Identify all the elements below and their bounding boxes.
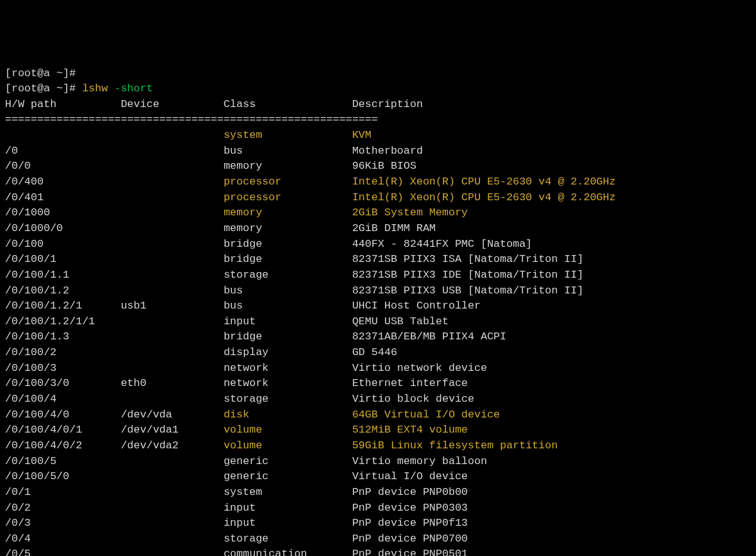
class-cell: display — [224, 346, 352, 358]
terminal-output[interactable]: [root@a ~]# [root@a ~]# lshw -shortH/W p… — [5, 66, 751, 556]
table-row: /0/100 bridge 440FX - 82441FX PMC [Natom… — [5, 237, 751, 252]
table-row: /0/100/1.2/1/1 input QEMU USB Tablet — [5, 314, 751, 330]
table-row: /0/100/2 display GD 5446 — [5, 345, 751, 361]
device-cell — [121, 129, 224, 141]
device-cell — [121, 362, 224, 374]
table-row: /0/100/4 storage Virtio block device — [5, 392, 751, 407]
class-cell: bus — [224, 145, 352, 157]
table-row: /0/1000 memory 2GiB System Memory — [5, 205, 751, 221]
description-cell: 2GiB DIMM RAM — [352, 222, 436, 234]
class-cell: network — [224, 377, 352, 389]
hw-path-cell: /0/1000/0 — [5, 222, 121, 234]
hw-path-cell: /0/100/1 — [5, 253, 121, 265]
table-row: /0/401 processor Intel(R) Xeon(R) CPU E5… — [5, 190, 751, 206]
class-cell: processor — [224, 176, 352, 188]
description-cell: PnP device PNP0f13 — [352, 517, 468, 529]
table-row: /0/100/1.2/1 usb1 bus UHCI Host Controll… — [5, 298, 751, 314]
description-cell: 96KiB BIOS — [352, 160, 416, 172]
hw-path-cell: /0 — [5, 145, 121, 157]
class-cell: memory — [224, 160, 352, 172]
description-cell: Motherboard — [352, 145, 423, 157]
hw-path-cell: /0/401 — [5, 191, 121, 203]
class-cell: bridge — [224, 331, 352, 343]
description-cell: Intel(R) Xeon(R) CPU E5-2630 v4 @ 2.20GH… — [352, 191, 616, 203]
table-row: /0/100/3 network Virtio network device — [5, 361, 751, 377]
table-row: /0/1000/0 memory 2GiB DIMM RAM — [5, 221, 751, 237]
class-cell: bus — [224, 285, 352, 297]
table-row: /0/400 processor Intel(R) Xeon(R) CPU E5… — [5, 174, 751, 190]
class-cell: input — [224, 315, 352, 327]
table-row: /0/0 memory 96KiB BIOS — [5, 159, 751, 174]
hw-path-cell: /0/100/1.1 — [5, 269, 121, 281]
prompt-line-command: [root@a ~]# lshw -short — [5, 81, 751, 97]
hw-path-cell: /0/100/1.2/1/1 — [5, 315, 121, 327]
class-cell: disk — [224, 409, 352, 421]
device-cell — [121, 470, 224, 482]
hw-path-cell: /0/100/3 — [5, 362, 121, 374]
device-cell — [121, 393, 224, 405]
hw-path-cell: /0/0 — [5, 160, 121, 172]
hw-path-cell — [5, 129, 121, 141]
device-cell — [121, 486, 224, 498]
table-row: /0/100/4/0/2 /dev/vda2 volume 59GiB Linu… — [5, 438, 751, 454]
table-row: /0 bus Motherboard — [5, 144, 751, 159]
hw-path-cell: /0/1 — [5, 486, 121, 498]
device-cell — [121, 176, 224, 188]
table-row: /0/100/4/0/1 /dev/vda1 volume 512MiB EXT… — [5, 423, 751, 438]
device-cell — [121, 207, 224, 218]
class-cell: bus — [224, 300, 352, 312]
class-cell: input — [224, 517, 352, 529]
description-cell: 82371AB/EB/MB PIIX4 ACPI — [352, 331, 507, 343]
table-row: /0/3 input PnP device PNP0f13 — [5, 516, 751, 531]
hw-path-cell: /0/5 — [5, 548, 121, 556]
class-cell: volume — [224, 440, 352, 451]
class-cell: storage — [224, 533, 352, 545]
description-cell: 440FX - 82441FX PMC [Natoma] — [352, 238, 532, 250]
hw-path-cell: /0/100/1.2 — [5, 285, 121, 297]
device-cell: /dev/vda — [121, 409, 224, 421]
description-cell: 59GiB Linux filesystem partition — [352, 440, 558, 451]
class-cell: network — [224, 362, 352, 374]
device-cell — [121, 285, 224, 297]
description-cell: KVM — [352, 129, 372, 141]
description-cell: GD 5446 — [352, 346, 397, 358]
hw-path-cell: /0/100/4/0/1 — [5, 424, 121, 436]
class-cell: bridge — [224, 253, 352, 265]
hw-path-cell: /0/3 — [5, 517, 121, 529]
hw-path-cell: /0/100/5 — [5, 455, 121, 467]
device-cell — [121, 160, 224, 172]
description-cell: 2GiB System Memory — [352, 207, 468, 218]
prompt-line-empty: [root@a ~]# — [5, 66, 751, 82]
device-cell — [121, 222, 224, 234]
table-row: /0/100/1.2 bus 82371SB PIIX3 USB [Natoma… — [5, 283, 751, 299]
class-cell: processor — [224, 191, 352, 203]
shell-prompt: [root@a ~]# — [5, 67, 82, 79]
class-cell: bridge — [224, 238, 352, 250]
table-row: /0/100/5/0 generic Virtual I/O device — [5, 469, 751, 485]
table-separator: ========================================… — [5, 112, 751, 128]
hw-path-cell: /0/100/4/0/2 — [5, 440, 121, 451]
hw-path-cell: /0/100/1.3 — [5, 331, 121, 343]
hw-path-cell: /0/100/1.2/1 — [5, 300, 121, 312]
device-cell: /dev/vda1 — [121, 424, 224, 436]
hw-path-cell: /0/1000 — [5, 207, 121, 218]
description-cell: Virtio network device — [352, 362, 487, 374]
description-cell: 64GB Virtual I/O device — [352, 409, 500, 421]
device-cell — [121, 533, 224, 545]
description-cell: Virtio block device — [352, 393, 474, 405]
description-cell: Virtual I/O device — [352, 470, 468, 482]
description-cell: 82371SB PIIX3 IDE [Natoma/Triton II] — [352, 269, 583, 281]
device-cell — [121, 238, 224, 250]
shell-prompt: [root@a ~]# — [5, 82, 82, 94]
device-cell — [121, 145, 224, 157]
table-row: /0/4 storage PnP device PNP0700 — [5, 531, 751, 547]
hw-path-cell: /0/100/4/0 — [5, 409, 121, 421]
device-cell — [121, 548, 224, 556]
table-row: /0/2 input PnP device PNP0303 — [5, 501, 751, 516]
device-cell — [121, 346, 224, 358]
table-row: /0/100/1.1 storage 82371SB PIIX3 IDE [Na… — [5, 268, 751, 283]
class-cell: communication — [224, 548, 352, 556]
device-cell: usb1 — [121, 300, 224, 312]
command-name: lshw — [82, 82, 108, 94]
device-cell — [121, 191, 224, 203]
